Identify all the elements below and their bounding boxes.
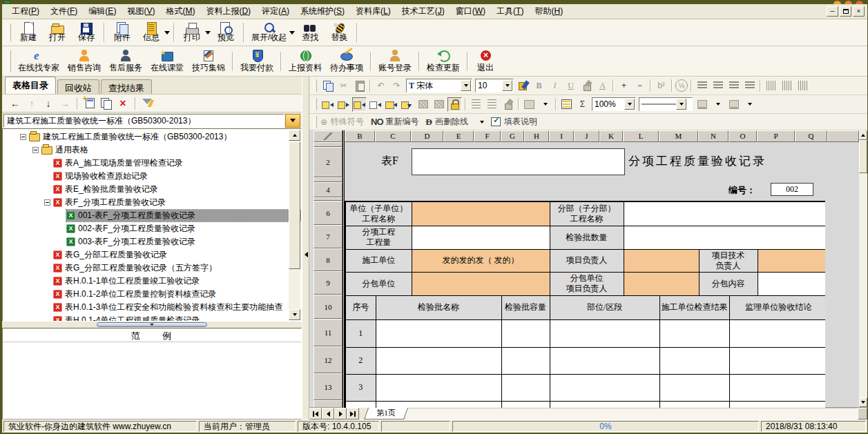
expand-collapse-button[interactable]: 展开/收起	[247, 20, 291, 45]
tree-item[interactable]: 003-表F_分项工程质量验收记录	[3, 235, 301, 248]
sheet-cell-empty[interactable]	[659, 401, 729, 408]
tree-item[interactable]: 表E_检验批质量验收记录	[3, 183, 301, 196]
replace-button[interactable]: 替换	[325, 20, 354, 45]
pattern-2-button[interactable]	[432, 97, 446, 112]
sheet-cell-empty[interactable]	[412, 201, 550, 226]
tree-item[interactable]: 001-表F_分项工程质量验收记录	[3, 209, 301, 222]
menu-item-a[interactable]: 评定(A)	[256, 4, 295, 19]
column-header[interactable]: B	[345, 130, 375, 142]
row-header[interactable]	[314, 177, 343, 182]
row-header[interactable]: 9	[314, 271, 343, 295]
underline-button[interactable]: U	[563, 79, 578, 93]
sheet-cell-empty[interactable]	[659, 347, 729, 374]
copy-form-button[interactable]	[99, 96, 114, 111]
scrollbar-thumb[interactable]	[289, 141, 300, 269]
tree-item[interactable]: 002-表F_分项工程质量验收记录	[3, 222, 301, 235]
tree-item[interactable]: 表F_分项工程质量验收记录	[3, 196, 301, 209]
online-class-button[interactable]: 在线课堂	[146, 48, 188, 75]
scroll-down-button[interactable]	[859, 397, 867, 407]
column-header[interactable]: Q	[795, 130, 827, 142]
sheet-cell-empty[interactable]	[501, 347, 550, 374]
line-style-dropdown-button[interactable]	[676, 99, 686, 110]
sheet-cell[interactable]: 施工单位	[345, 249, 412, 272]
sheet-cell[interactable]: 分包内容	[699, 272, 758, 295]
sheet-cell-empty[interactable]	[550, 347, 659, 374]
sheet-cell[interactable]: 施工单位检查结果	[659, 295, 729, 319]
minimize-button[interactable]: ─	[827, 6, 838, 17]
pay-button[interactable]: 我要付款	[236, 48, 278, 75]
sheet-cell-empty[interactable]	[501, 374, 550, 401]
sheet-cell[interactable]: 分包单位	[345, 272, 412, 295]
down-arrow-button[interactable]: ↓	[41, 96, 56, 111]
attachment-button[interactable]: 附件	[108, 20, 137, 45]
fill-pattern-button[interactable]	[522, 97, 537, 112]
pattern-1-button[interactable]	[416, 97, 430, 112]
sheet-cell-empty[interactable]	[729, 401, 825, 408]
filter-button[interactable]	[140, 96, 155, 111]
expand-collapse-dropdown-button[interactable]	[288, 21, 296, 44]
vertical-splitter[interactable]	[302, 77, 309, 420]
tree-item[interactable]: 表H.0.1-3单位工程安全和功能检验资料核查和主要功能抽查	[3, 301, 301, 314]
sheet-cell-empty[interactable]	[758, 272, 825, 295]
fill-pattern-dropdown-button[interactable]	[538, 97, 552, 112]
tree-item[interactable]: 表H.0.1-2单位工程质量控制资料核查记录	[3, 288, 301, 301]
cut-button[interactable]: ✂	[336, 79, 351, 93]
column-header[interactable]: G	[501, 130, 524, 142]
scrollbar-thumb[interactable]	[859, 140, 867, 173]
horizontal-splitter[interactable]	[2, 322, 302, 328]
draw-strike-line-dropdown-button[interactable]	[475, 115, 490, 129]
sheet-cell[interactable]: 单位（子单位） 工程名称	[345, 201, 412, 226]
sheet-cell[interactable]: 发的发的发（ 发的）	[412, 249, 550, 272]
save-button[interactable]: 保存	[72, 20, 101, 45]
insert-table-button[interactable]	[559, 97, 574, 112]
print-dropdown-button[interactable]	[204, 21, 211, 44]
zoom-combo-dropdown-button[interactable]	[624, 99, 635, 110]
row-header[interactable]: 4	[314, 182, 343, 197]
tree-item[interactable]: 建筑工程施工质量验收统一标准（GB50300-2013）	[3, 130, 301, 144]
draw-strike-line-button[interactable]: D画删除线	[426, 115, 474, 129]
row-header[interactable]	[314, 142, 343, 147]
sheet-cell[interactable]: 分包单位 项目负责人	[550, 272, 624, 295]
sheet-cell-empty[interactable]	[659, 374, 729, 401]
row-header[interactable]: 13	[314, 373, 343, 400]
border-color-button[interactable]	[695, 97, 709, 112]
restore-button[interactable]	[840, 6, 851, 17]
column-header[interactable]: E	[443, 130, 474, 142]
after-sales-button[interactable]: 售后服务	[105, 48, 146, 75]
row-header[interactable]: 12	[314, 346, 343, 373]
number-value-input[interactable]: 002	[771, 183, 813, 196]
sheet-cell-empty[interactable]	[624, 249, 699, 272]
align-right-button[interactable]	[742, 79, 757, 93]
sheet-cell-empty[interactable]	[412, 272, 550, 295]
border-color-dropdown-button[interactable]	[711, 97, 725, 112]
column-header[interactable]: L	[623, 130, 659, 142]
copy-button[interactable]	[320, 79, 335, 93]
forward-arrow-button[interactable]: →	[57, 96, 73, 111]
redo-button[interactable]: ↷	[389, 79, 404, 93]
open-button[interactable]: 打开	[43, 20, 72, 45]
sheet-cell[interactable]: 检验批数量	[550, 226, 624, 249]
menu-item-v[interactable]: 视图(V)	[122, 4, 160, 19]
sheet-cell-empty[interactable]	[376, 401, 501, 408]
merge-cells-button[interactable]	[336, 97, 351, 112]
column-header[interactable]: K	[599, 130, 623, 142]
sheet-cell-empty[interactable]	[501, 319, 550, 347]
update-button[interactable]: 检查更新	[423, 48, 464, 75]
last-sheet-button[interactable]	[347, 408, 359, 420]
tree-item[interactable]: 表H.0.1-4单位工程观感质量检查记录	[3, 314, 301, 322]
info-dropdown-button[interactable]	[163, 21, 171, 44]
scroll-down-button[interactable]	[289, 309, 300, 320]
font-size-combo-dropdown-button[interactable]	[502, 80, 512, 91]
scroll-up-button[interactable]	[859, 130, 867, 140]
row-header[interactable]: 6	[314, 201, 343, 225]
sheet-cell[interactable]: 1	[345, 319, 376, 347]
new-form-button[interactable]	[82, 96, 97, 111]
exit-button[interactable]: 退出	[471, 48, 500, 75]
font-color-button[interactable]: A	[595, 79, 610, 93]
tree-expander-icon[interactable]	[44, 199, 50, 206]
sheet-cell[interactable]: 分部（子分部） 工程名称	[550, 201, 624, 226]
standard-combo-dropdown-button[interactable]	[285, 114, 300, 128]
line-style-combo[interactable]	[639, 97, 693, 111]
renumber-button[interactable]: NO重新编号	[371, 115, 425, 129]
sheet-cell-empty[interactable]	[624, 201, 825, 226]
